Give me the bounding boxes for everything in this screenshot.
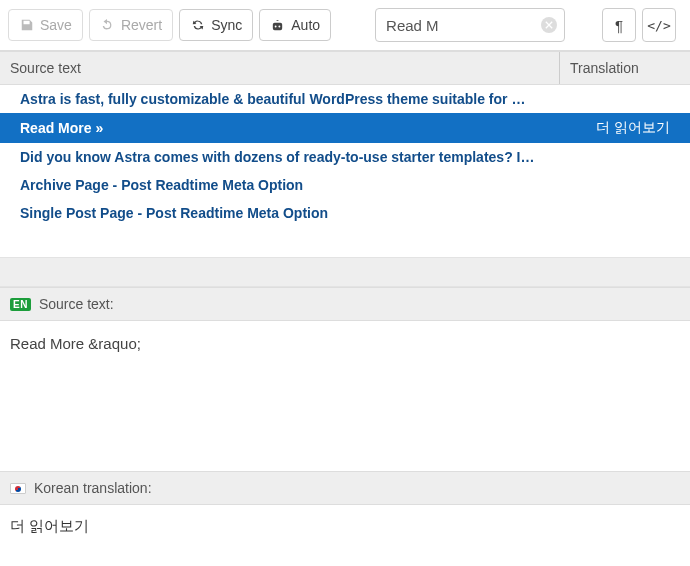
source-text-label: Source text:: [39, 296, 114, 312]
string-row[interactable]: Astra is fast, fully customizable & beau…: [0, 85, 690, 113]
string-row[interactable]: Read More »더 읽어보기: [0, 113, 690, 143]
search-wrap: [375, 8, 565, 42]
spacer: [0, 227, 690, 257]
source-text-content[interactable]: Read More &raquo;: [0, 321, 690, 471]
toolbar: Save Revert Sync Auto ¶ </>: [0, 0, 690, 51]
table-header: Source text Translation: [0, 51, 690, 85]
sync-icon: [190, 18, 205, 33]
translation-content[interactable]: 더 읽어보기: [0, 505, 690, 548]
translation-label: Korean translation:: [34, 480, 152, 496]
column-header-source[interactable]: Source text: [0, 52, 560, 84]
korean-flag-icon: [10, 483, 26, 494]
source-text-header: EN Source text:: [0, 287, 690, 321]
row-translation: 더 읽어보기: [596, 119, 670, 137]
row-source: Single Post Page - Post Readtime Meta Op…: [20, 205, 670, 221]
column-header-translation[interactable]: Translation: [560, 52, 690, 84]
row-source: Archive Page - Post Readtime Meta Option: [20, 177, 670, 193]
auto-label: Auto: [291, 17, 320, 33]
row-source: Did you know Astra comes with dozens of …: [20, 149, 670, 165]
sync-button[interactable]: Sync: [179, 9, 253, 41]
string-list: Astra is fast, fully customizable & beau…: [0, 85, 690, 227]
save-icon: [19, 18, 34, 33]
clear-search-icon[interactable]: [541, 17, 557, 33]
en-badge: EN: [10, 298, 31, 311]
row-source: Astra is fast, fully customizable & beau…: [20, 91, 670, 107]
sync-label: Sync: [211, 17, 242, 33]
string-row[interactable]: Did you know Astra comes with dozens of …: [0, 143, 690, 171]
translation-header: Korean translation:: [0, 471, 690, 505]
robot-icon: [270, 18, 285, 33]
code-view-button[interactable]: </>: [642, 8, 676, 42]
save-label: Save: [40, 17, 72, 33]
string-row[interactable]: Single Post Page - Post Readtime Meta Op…: [0, 199, 690, 227]
search-input[interactable]: [375, 8, 565, 42]
string-row[interactable]: Archive Page - Post Readtime Meta Option: [0, 171, 690, 199]
pilcrow-icon: ¶: [615, 17, 623, 34]
code-icon: </>: [647, 18, 670, 33]
row-source: Read More »: [20, 120, 596, 136]
spacer: [0, 257, 690, 287]
revert-label: Revert: [121, 17, 162, 33]
revert-button[interactable]: Revert: [89, 9, 173, 41]
auto-button[interactable]: Auto: [259, 9, 331, 41]
save-button[interactable]: Save: [8, 9, 83, 41]
pilcrow-button[interactable]: ¶: [602, 8, 636, 42]
revert-icon: [100, 18, 115, 33]
